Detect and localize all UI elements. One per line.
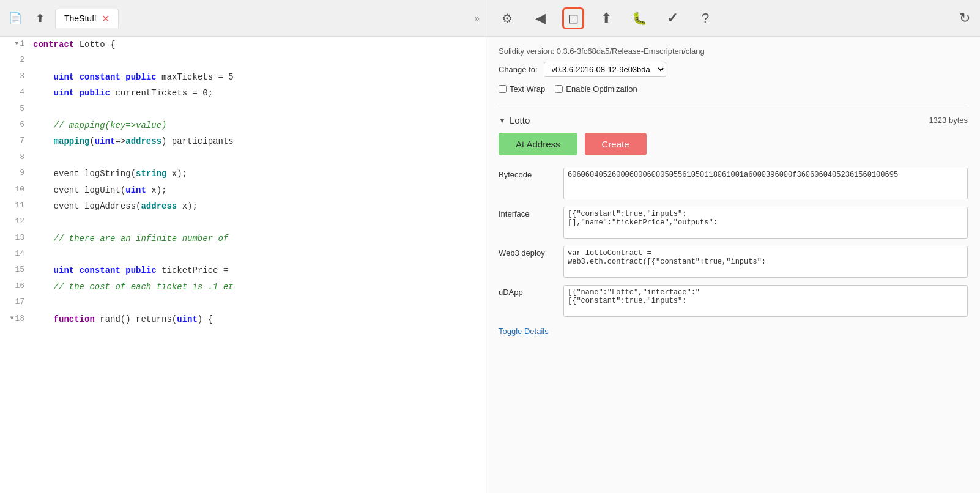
line-content xyxy=(31,53,486,69)
fold-arrow[interactable]: ▼ xyxy=(15,39,18,49)
line-number: 13 xyxy=(0,231,31,245)
table-row: 10 event logUint(uint x); xyxy=(0,182,486,198)
options-row: Text Wrap Enable Optimization xyxy=(499,84,968,94)
table-row: 8 xyxy=(0,150,486,166)
line-content: // the cost of each ticket is .1 et xyxy=(31,279,486,295)
line-content: event logString(string x); xyxy=(31,166,486,182)
bytecode-row: Bytecode xyxy=(499,168,968,199)
table-row: 12 xyxy=(0,214,486,230)
text-wrap-checkbox[interactable] xyxy=(499,85,507,93)
line-content: event logUint(uint x); xyxy=(31,182,486,198)
contract-title: ▼ Lotto xyxy=(499,115,530,125)
fold-arrow[interactable]: ▼ xyxy=(10,314,13,324)
right-toolbar: ⚙ ◀ ◻ ⬆ 🐛 ✓ ? ↻ xyxy=(486,0,980,37)
line-content: uint constant public maxTickets = 5 xyxy=(31,69,486,85)
line-number: 8 xyxy=(0,150,31,164)
check-icon[interactable]: ✓ xyxy=(661,7,683,29)
action-buttons: At Address Create xyxy=(499,133,968,155)
line-content xyxy=(31,214,486,230)
table-row: 7 mapping(uint=>address) participants xyxy=(0,133,486,149)
bug-icon[interactable]: 🐛 xyxy=(628,7,650,29)
right-panel: ⚙ ◀ ◻ ⬆ 🐛 ✓ ? ↻ Solidity version: 0.3.6-… xyxy=(486,0,980,493)
line-number: 15 xyxy=(0,262,31,276)
tab-name: TheStuff xyxy=(64,13,97,23)
line-number: 3 xyxy=(0,69,31,83)
bytecode-textarea[interactable] xyxy=(563,168,968,199)
editor-panel: 📄 ⬆ TheStuff ✕ » ▼1contract Lotto {2 3 u… xyxy=(0,0,486,493)
line-number: 11 xyxy=(0,198,31,212)
compiler-content: Solidity version: 0.3.6-3fc68da5/Release… xyxy=(486,37,980,493)
table-row: 3 uint constant public maxTickets = 5 xyxy=(0,69,486,85)
refresh-icon[interactable]: ↻ xyxy=(959,10,970,26)
line-content xyxy=(31,150,486,166)
cube-icon[interactable]: ◻ xyxy=(562,7,584,29)
line-number: 14 xyxy=(0,247,31,261)
line-content: contract Lotto { xyxy=(31,37,486,53)
editor-toolbar: 📄 ⬆ TheStuff ✕ » xyxy=(0,0,486,37)
table-row: 13 // there are an infinite number of xyxy=(0,231,486,247)
web3-label: Web3 deploy xyxy=(499,246,554,258)
contract-header: ▼ Lotto 1323 bytes xyxy=(499,115,968,125)
table-row: 15 uint constant public ticketPrice = xyxy=(0,262,486,278)
at-address-button[interactable]: At Address xyxy=(499,133,577,155)
change-to-row: Change to: v0.3.6-2016-08-12-9e03bda xyxy=(499,62,968,77)
table-row: 4 uint public currentTickets = 0; xyxy=(0,85,486,101)
table-row: ▼1contract Lotto { xyxy=(0,37,486,53)
table-row: 11 event logAddress(address x); xyxy=(0,198,486,214)
table-row: 16 // the cost of each ticket is .1 et xyxy=(0,279,486,295)
help-icon[interactable]: ? xyxy=(694,7,716,29)
enable-opt-checkbox[interactable] xyxy=(555,85,563,93)
table-row: 6 // mapping(key=>value) xyxy=(0,117,486,133)
line-content: function rand() returns(uint) { xyxy=(31,311,486,327)
enable-opt-option[interactable]: Enable Optimization xyxy=(555,84,637,94)
table-row: 5 xyxy=(0,102,486,117)
line-content: uint constant public ticketPrice = xyxy=(31,262,486,278)
editor-tab[interactable]: TheStuff ✕ xyxy=(55,9,119,28)
code-area[interactable]: ▼1contract Lotto {2 3 uint constant publ… xyxy=(0,37,486,493)
table-row: 2 xyxy=(0,53,486,69)
line-content: // mapping(key=>value) xyxy=(31,117,486,133)
contract-section: ▼ Lotto 1323 bytes At Address Create Byt… xyxy=(499,115,968,336)
collapse-triangle[interactable]: ▼ xyxy=(499,116,506,125)
line-number: 4 xyxy=(0,85,31,99)
bytes-label: 1323 bytes xyxy=(929,116,968,125)
interface-row: Interface xyxy=(499,207,968,239)
line-number: 7 xyxy=(0,133,31,147)
file-icon[interactable]: 📄 xyxy=(6,9,24,28)
line-number: 2 xyxy=(0,53,31,67)
udapp-label: uDApp xyxy=(499,285,554,297)
create-button[interactable]: Create xyxy=(585,133,647,155)
text-wrap-option[interactable]: Text Wrap xyxy=(499,84,545,94)
line-number: 17 xyxy=(0,295,31,309)
line-content: // there are an infinite number of xyxy=(31,231,486,247)
line-content xyxy=(31,102,486,117)
web3-row: Web3 deploy xyxy=(499,246,968,278)
tab-close-icon[interactable]: ✕ xyxy=(102,13,110,24)
tab-overflow-icon[interactable]: » xyxy=(474,13,480,24)
table-row: ▼18 function rand() returns(uint) { xyxy=(0,311,486,327)
line-number: 12 xyxy=(0,214,31,228)
solidity-version: Solidity version: 0.3.6-3fc68da5/Release… xyxy=(499,46,968,56)
table-row: 17 xyxy=(0,295,486,311)
line-content: event logAddress(address x); xyxy=(31,198,486,214)
line-content: uint public currentTickets = 0; xyxy=(31,85,486,101)
send-icon[interactable]: ◀ xyxy=(529,7,551,29)
line-content xyxy=(31,295,486,311)
line-number: 10 xyxy=(0,182,31,196)
divider xyxy=(499,106,968,106)
cloud-upload-icon[interactable]: ⬆ xyxy=(595,7,617,29)
toggle-details-link[interactable]: Toggle Details xyxy=(499,327,549,336)
change-to-label: Change to: xyxy=(499,65,538,74)
line-content xyxy=(31,247,486,262)
enable-opt-label: Enable Optimization xyxy=(566,84,637,94)
line-number: 6 xyxy=(0,117,31,132)
settings-icon[interactable]: ⚙ xyxy=(496,7,518,29)
interface-textarea[interactable] xyxy=(563,207,968,239)
web3-textarea[interactable] xyxy=(563,246,968,278)
upload-icon[interactable]: ⬆ xyxy=(31,9,49,28)
line-number: 5 xyxy=(0,102,31,116)
version-select[interactable]: v0.3.6-2016-08-12-9e03bda xyxy=(544,62,666,77)
udapp-textarea[interactable] xyxy=(563,285,968,317)
line-content: mapping(uint=>address) participants xyxy=(31,133,486,149)
table-row: 9 event logString(string x); xyxy=(0,166,486,182)
